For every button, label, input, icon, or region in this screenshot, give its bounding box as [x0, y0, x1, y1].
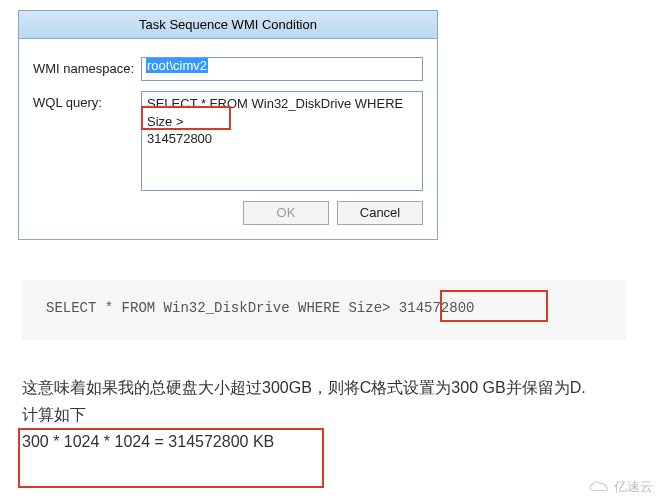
namespace-row: WMI namespace: root\cimv2 [33, 57, 423, 81]
ok-button[interactable]: OK [243, 201, 329, 225]
dialog-body: WMI namespace: root\cimv2 WQL query: SEL… [19, 39, 437, 239]
sql-code-text: SELECT * FROM Win32_DiskDrive WHERE Size… [46, 300, 474, 316]
article-line-1: 这意味着如果我的总硬盘大小超过300GB，则将C格式设置为300 GB并保留为D… [22, 374, 626, 401]
watermark: 亿速云 [588, 478, 653, 496]
query-line-1: SELECT * FROM Win32_DiskDrive WHERE Size… [147, 96, 403, 129]
namespace-value: root\cimv2 [146, 58, 208, 73]
article-line-3: 300 * 1024 * 1024 = 314572800 KB [22, 428, 626, 455]
wmi-condition-dialog: Task Sequence WMI Condition WMI namespac… [18, 10, 438, 240]
cancel-button[interactable]: Cancel [337, 201, 423, 225]
namespace-label: WMI namespace: [33, 57, 141, 76]
ok-button-label: OK [277, 205, 296, 220]
query-label: WQL query: [33, 91, 141, 110]
query-line-2: 314572800 [147, 131, 212, 146]
query-textarea[interactable]: SELECT * FROM Win32_DiskDrive WHERE Size… [141, 91, 423, 191]
article-text: 这意味着如果我的总硬盘大小超过300GB，则将C格式设置为300 GB并保留为D… [22, 374, 626, 456]
dialog-title: Task Sequence WMI Condition [139, 17, 317, 32]
cancel-button-label: Cancel [360, 205, 400, 220]
dialog-titlebar: Task Sequence WMI Condition [19, 11, 437, 39]
sql-code-block: SELECT * FROM Win32_DiskDrive WHERE Size… [22, 280, 626, 340]
cloud-icon [588, 480, 610, 494]
namespace-input[interactable]: root\cimv2 [141, 57, 423, 81]
article-line-2: 计算如下 [22, 401, 626, 428]
button-row: OK Cancel [33, 201, 423, 225]
query-row: WQL query: SELECT * FROM Win32_DiskDrive… [33, 91, 423, 191]
watermark-text: 亿速云 [614, 478, 653, 496]
